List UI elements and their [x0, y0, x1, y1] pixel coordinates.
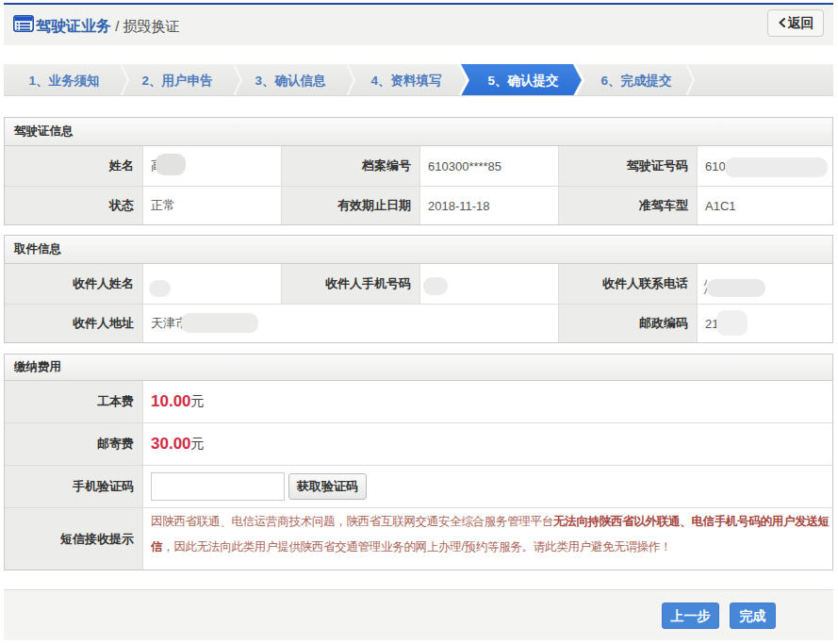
svg-text:5、确认提交: 5、确认提交: [487, 74, 559, 88]
svg-text:1、业务须知: 1、业务须知: [28, 74, 99, 88]
svg-text:6、完成提交: 6、完成提交: [600, 74, 672, 88]
svg-text:4、资料填写: 4、资料填写: [370, 74, 441, 88]
svg-text:3、确认信息: 3、确认信息: [255, 74, 326, 88]
svg-text:2、用户申告: 2、用户申告: [141, 73, 213, 88]
